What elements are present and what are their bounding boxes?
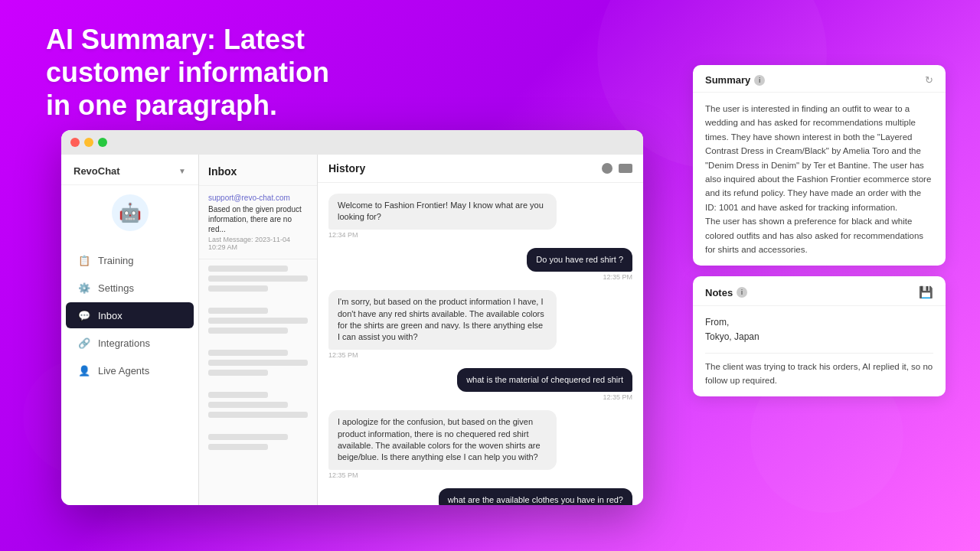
- sidebar-item-label: Live Agents: [98, 365, 149, 377]
- settings-icon: ⚙️: [78, 282, 90, 294]
- notes-content: The client was trying to track his order…: [705, 360, 933, 388]
- summary-info-icon[interactable]: i: [754, 75, 765, 86]
- sidebar-item-label: Inbox: [98, 310, 122, 321]
- training-icon: 📋: [78, 254, 90, 266]
- notes-from: From, Tokyo, Japan: [705, 315, 933, 344]
- summary-title: Summary i: [705, 74, 765, 86]
- sidebar-brand: RevoChat ▼: [61, 155, 198, 185]
- message-time-2: 12:35 PM: [603, 273, 632, 281]
- brand-name: RevoChat: [74, 165, 120, 177]
- message-row-1: Welcome to Fashion Frontier! May I know …: [328, 194, 632, 239]
- message-bubble-2: Do you have red shirt ?: [527, 248, 632, 272]
- message-bubble-3: I'm sorry, but based on the product info…: [328, 290, 557, 350]
- chat-panel: History Welcome to Fashion Frontier! May…: [318, 155, 643, 505]
- message-row-6: what are the available clothes you have …: [328, 488, 632, 505]
- sidebar-item-label: Integrations: [98, 337, 150, 349]
- sidebar-item-settings[interactable]: ⚙️ Settings: [66, 275, 194, 301]
- right-panels: Summary i ↻ The user is interested in fi…: [693, 65, 946, 396]
- message-bubble-1: Welcome to Fashion Frontier! May I know …: [328, 194, 557, 230]
- message-bubble-6: what are the available clothes you have …: [439, 488, 632, 505]
- inbox-item-time: Last Message: 2023-11-04 10:29 AM: [208, 236, 308, 251]
- message-time-1: 12:34 PM: [328, 231, 358, 239]
- notes-info-icon[interactable]: i: [737, 287, 747, 298]
- brand-dropdown-icon[interactable]: ▼: [178, 167, 186, 175]
- inbox-icon: 💬: [78, 309, 90, 321]
- skeleton-item-1: [199, 259, 317, 302]
- notes-divider: [705, 353, 933, 354]
- message-row-4: what is the material of chequered red sh…: [328, 368, 632, 401]
- message-bubble-4: what is the material of chequered red sh…: [457, 368, 632, 392]
- message-row-5: I apologize for the confusion, but based…: [328, 410, 632, 479]
- minimize-dot[interactable]: [84, 138, 93, 147]
- live-agents-icon: 👤: [78, 364, 90, 377]
- summary-card-header: Summary i ↻: [693, 65, 946, 93]
- chat-header-icon-2[interactable]: [619, 164, 632, 173]
- inbox-item-email: support@revo-chat.com: [208, 194, 308, 202]
- sidebar-item-label: Settings: [98, 282, 134, 294]
- close-dot[interactable]: [70, 138, 80, 147]
- sidebar-nav: 📋 Training ⚙️ Settings 💬 Inbox 🔗 Integra…: [61, 240, 198, 390]
- integrations-icon: 🔗: [78, 337, 90, 349]
- notes-body: From, Tokyo, Japan The client was trying…: [693, 306, 946, 396]
- sidebar-item-inbox[interactable]: 💬 Inbox: [66, 302, 194, 328]
- sidebar-item-integrations[interactable]: 🔗 Integrations: [66, 330, 194, 356]
- app-window: RevoChat ▼ 🤖 📋 Training ⚙️ Settings 💬 In…: [61, 130, 643, 505]
- maximize-dot[interactable]: [98, 138, 107, 147]
- sidebar-item-live-agents[interactable]: 👤 Live Agents: [66, 357, 194, 383]
- skeleton-item-3: [199, 344, 317, 386]
- inbox-conversation-item[interactable]: support@revo-chat.com Based on the given…: [199, 186, 317, 259]
- skeleton-item-5: [199, 428, 317, 460]
- summary-card: Summary i ↻ The user is interested in fi…: [693, 65, 946, 266]
- avatar: 🤖: [112, 194, 149, 231]
- inbox-panel: Inbox support@revo-chat.com Based on the…: [199, 155, 318, 505]
- notes-card-header: Notes i 💾: [693, 276, 946, 306]
- message-bubble-5: I apologize for the confusion, but based…: [328, 410, 557, 470]
- chat-header: History: [318, 155, 643, 183]
- chat-title: History: [328, 162, 365, 174]
- chat-header-icon-1[interactable]: [602, 163, 612, 174]
- notes-title: Notes i: [705, 287, 747, 298]
- notes-card: Notes i 💾 From, Tokyo, Japan The client …: [693, 276, 946, 396]
- summary-body: The user is interested in finding an out…: [693, 93, 946, 266]
- skeleton-item-4: [199, 386, 317, 428]
- sidebar-item-label: Training: [98, 255, 133, 266]
- message-time-5: 12:35 PM: [328, 471, 358, 479]
- message-time-3: 12:35 PM: [328, 351, 358, 359]
- hero-title: AI Summary: Latest customer information …: [46, 23, 429, 122]
- skeleton-item-2: [199, 302, 317, 344]
- inbox-item-preview: Based on the given product information, …: [208, 204, 308, 234]
- title-bar: [61, 130, 643, 155]
- message-row-2: Do you have red shirt ? 12:35 PM: [328, 248, 632, 281]
- message-row-3: I'm sorry, but based on the product info…: [328, 290, 632, 359]
- chat-header-icons: [602, 163, 632, 174]
- sidebar: RevoChat ▼ 🤖 📋 Training ⚙️ Settings 💬 In…: [61, 155, 199, 505]
- notes-save-icon[interactable]: 💾: [919, 285, 933, 299]
- inbox-header: Inbox: [199, 155, 317, 186]
- chat-messages: Welcome to Fashion Frontier! May I know …: [318, 183, 643, 505]
- summary-refresh-icon[interactable]: ↻: [925, 74, 933, 86]
- message-time-4: 12:35 PM: [603, 393, 632, 401]
- sidebar-item-training[interactable]: 📋 Training: [66, 247, 194, 273]
